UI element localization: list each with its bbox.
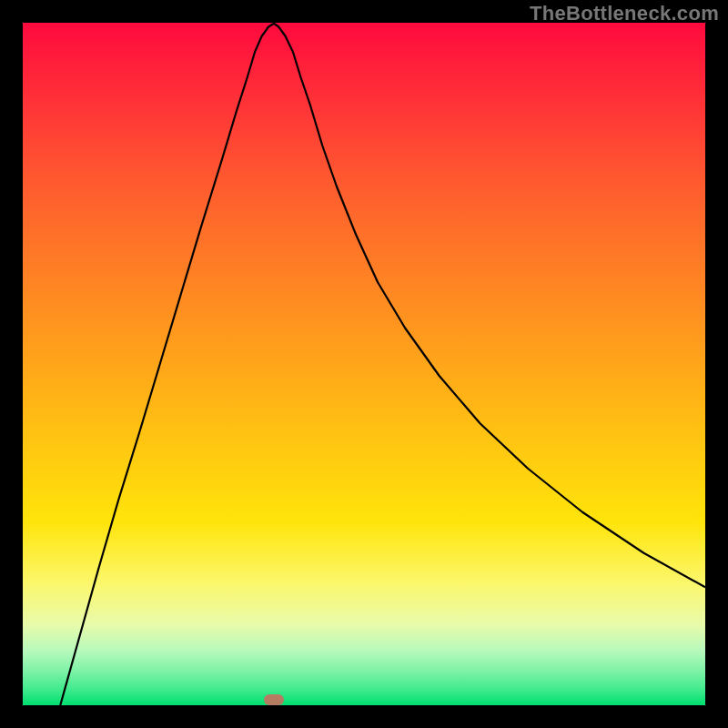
chart-frame: TheBottleneck.com (0, 0, 728, 728)
plot-area (23, 23, 705, 705)
bottleneck-curve (23, 23, 705, 705)
watermark-text: TheBottleneck.com (530, 2, 719, 25)
bottleneck-marker (264, 694, 284, 705)
